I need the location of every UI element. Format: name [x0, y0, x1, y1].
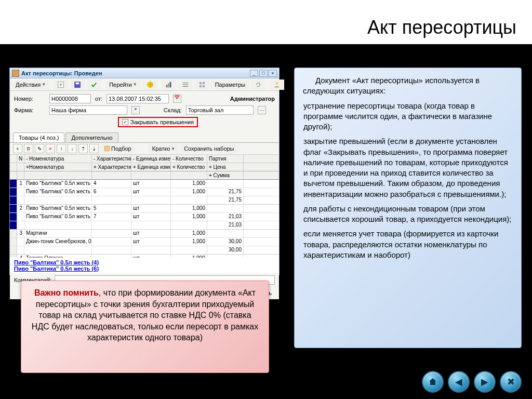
table-row[interactable]: 1 Пиво "Балтика" 0.5л жесть 4 шт 1,000 — [10, 180, 279, 188]
firm-label: Фирма: — [14, 107, 45, 113]
window-title: Акт пересортицы: Проведен — [21, 70, 250, 76]
table-row[interactable]: 30,00 — [10, 246, 279, 255]
grid-edit-icon[interactable]: ✎ — [35, 144, 44, 153]
svg-rect-10 — [199, 85, 201, 87]
table-row[interactable]: 3 Мартини шт 1,000 — [10, 230, 279, 238]
select-button[interactable]: Подбор — [100, 144, 135, 153]
goods-grid: N - Номенклатура - Характеристика - Един… — [10, 155, 279, 258]
table-row[interactable]: 21,03 — [10, 221, 279, 230]
toolbar-chart-icon[interactable] — [162, 79, 176, 90]
info-bullet-1: устранение пересортицы товара (когда тов… — [303, 101, 513, 132]
info-panel: Документ «Акт пересортицы» используется … — [294, 68, 522, 348]
link-item-1[interactable]: Пиво "Балтика" 0.5л жесть (4) — [14, 259, 275, 265]
info-bullet-4: если меняется учет товара (формируется и… — [303, 229, 513, 260]
info-bullet-3: для работы с некондиционным товаром (при… — [303, 204, 513, 225]
minimize-button[interactable]: _ — [250, 70, 258, 77]
next-button[interactable]: ▶ — [474, 371, 496, 393]
toolbar-grid-icon[interactable] — [195, 79, 209, 90]
col-har-plus[interactable]: + Характеристика — [92, 163, 131, 171]
col-kol-minus[interactable]: - Количество — [171, 155, 207, 163]
close-excess-checkbox[interactable]: ✓ — [122, 119, 128, 125]
titlebar: Акт пересортицы: Проведен _ □ × — [10, 68, 279, 78]
col-ed-minus[interactable]: - Единица измере... — [131, 155, 171, 163]
short-button[interactable]: Кратко ▼ — [149, 144, 179, 153]
col-har-minus[interactable]: - Характеристика — [92, 155, 131, 163]
restore-button[interactable]: □ — [259, 70, 268, 77]
grid-up-icon[interactable]: ↑ — [57, 144, 66, 153]
col-ed-plus[interactable]: + Единица измерения — [131, 163, 171, 171]
grid-delete-icon[interactable]: × — [46, 144, 55, 153]
col-sum[interactable]: + Сумма — [207, 171, 244, 179]
svg-rect-5 — [166, 85, 167, 87]
table-row[interactable]: Пиво "Балтика" 0.5л жесть 7 шт 1,000 21,… — [10, 213, 279, 221]
table-row[interactable]: 2 Пиво "Балтика" 0.5л жесть 5 шт 1,000 — [10, 205, 279, 213]
toolbar-post-icon[interactable] — [87, 79, 101, 90]
app-window: Акт пересортицы: Проведен _ □ × Действия… — [9, 68, 280, 275]
number-label: Номер: — [14, 96, 45, 102]
document-icon — [12, 70, 19, 77]
date-field[interactable] — [107, 94, 169, 103]
actions-menu[interactable]: Действия ▼ — [12, 80, 49, 89]
toolbar-save-icon[interactable] — [70, 79, 85, 90]
warehouse-field[interactable] — [186, 105, 254, 115]
home-button[interactable] — [422, 371, 444, 393]
table-row[interactable]: Пиво "Балтика" 0.5л жесть 6 шт 1,000 21,… — [10, 188, 279, 196]
close-button[interactable]: × — [269, 70, 277, 77]
close-excess-label: Закрывать превышения — [130, 119, 194, 125]
svg-rect-6 — [168, 83, 169, 87]
svg-rect-2 — [76, 82, 79, 84]
admin-label: Администратор — [230, 96, 275, 102]
close-excess-highlight: ✓ Закрывать превышения — [118, 117, 198, 127]
table-row[interactable]: 21,75 — [10, 196, 279, 205]
col-nom-plus[interactable]: +Номенклатура — [24, 163, 92, 171]
chevron-down-icon: ▼ — [42, 82, 46, 87]
table-row[interactable]: Джин-тоник Синебрюхов, 0.5л шт 1,000 30,… — [10, 238, 279, 246]
main-toolbar: Действия ▼ Перейти ▼ ? Параметры — [10, 78, 279, 91]
number-field[interactable] — [49, 94, 91, 103]
col-n[interactable]: N — [17, 155, 24, 163]
grid-add-icon[interactable]: + — [13, 144, 22, 153]
info-bullet-2: закрытие превышений (если в документе ус… — [303, 136, 513, 200]
svg-rect-7 — [169, 82, 171, 87]
tab-goods[interactable]: Товары (4 поз.) — [13, 132, 64, 142]
grid-copy-icon[interactable]: ⎘ — [24, 144, 33, 153]
calendar-icon[interactable]: 📅 — [173, 95, 181, 103]
svg-point-12 — [276, 82, 278, 84]
toolbar-refresh-icon[interactable] — [251, 79, 265, 90]
link-item-2[interactable]: Пиво "Балтика" 0.5л жесть (6) — [14, 265, 275, 272]
chevron-down-icon: ▼ — [133, 82, 137, 87]
svg-rect-13 — [105, 147, 110, 151]
clear-icon[interactable]: × — [131, 106, 140, 114]
slide-title: Акт пересортицы — [0, 15, 516, 41]
params-button[interactable]: Параметры — [211, 80, 249, 89]
save-sets-button[interactable]: Сохранить наборы — [180, 144, 237, 153]
grid-sort-up-icon[interactable]: ⇡ — [78, 144, 88, 153]
toolbar-help-icon[interactable]: ? — [143, 79, 157, 90]
grid-sort-down-icon[interactable]: ⇣ — [89, 144, 99, 153]
col-party[interactable]: Партия — [207, 155, 244, 163]
svg-rect-11 — [203, 85, 205, 87]
firm-field[interactable] — [49, 105, 127, 115]
info-intro: Документ «Акт пересортицы» используется … — [303, 75, 513, 97]
table-row[interactable]: 4 Текила Олмека шт 1,000 — [10, 255, 279, 258]
grid-down-icon[interactable]: ↓ — [68, 144, 77, 153]
warning-panel: Важно помнить, что при формировании доку… — [21, 281, 269, 373]
warehouse-label: Склад: — [164, 107, 182, 113]
tab-extra[interactable]: Дополнительно — [65, 132, 118, 142]
col-kol-plus[interactable]: + Количество — [171, 163, 207, 171]
col-price[interactable]: + Цена — [207, 163, 244, 171]
select-icon[interactable]: … — [258, 106, 266, 114]
toolbar-list-icon[interactable] — [178, 79, 193, 90]
toolbar-user-icon[interactable] — [270, 79, 284, 90]
svg-text:?: ? — [149, 82, 151, 87]
toolbar-add-icon[interactable] — [54, 79, 68, 90]
goto-menu[interactable]: Перейти ▼ — [105, 80, 141, 89]
svg-rect-8 — [199, 82, 201, 84]
date-label: от: — [95, 96, 102, 102]
col-nom-minus[interactable]: - Номенклатура — [24, 155, 92, 163]
exit-button[interactable]: ✖ — [500, 371, 522, 393]
warning-bold: Важно помнить — [34, 288, 99, 297]
prev-button[interactable]: ◀ — [448, 371, 470, 393]
svg-rect-9 — [203, 82, 205, 84]
